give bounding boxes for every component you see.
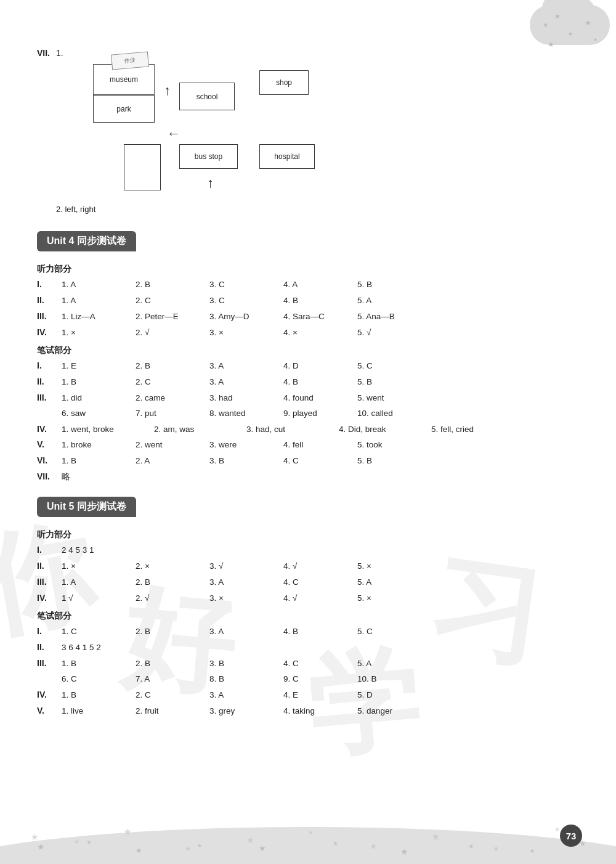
vii-item2: 2. left, right (56, 205, 370, 214)
bottom-star: ★ (37, 842, 45, 852)
unit5-write-title: 笔试部分 (37, 611, 579, 622)
left-arrow: ← (167, 126, 180, 142)
section-vii: VII. 1. museum 作业 park ↑ (37, 48, 579, 214)
unit5-listen-row-4: IV. 1 √ 2. √ 3. × 4. √ 5. × (37, 591, 579, 606)
unit5-listen-row-1: I. 2 4 5 3 1 (37, 543, 579, 558)
wave-svg (0, 815, 616, 864)
unit4-write-answers: I. 1. E 2. B 3. A 4. D 5. C II. 1. B 2. … (37, 359, 579, 485)
unit4-write-row-2: II. 1. B 2. C 3. A 4. B 5. B (37, 375, 579, 389)
unit4-listen-row-4: IV. 1. × 2. √ 3. × 4. × 5. √ (37, 325, 579, 340)
bus-stop-box: bus stop (179, 144, 238, 169)
bottom-star: ★ (86, 839, 92, 846)
unit4-listen-answers: I. 1. A 2. B 3. C 4. A 5. B II. 1. A 2. … (37, 277, 579, 340)
unit5-section: Unit 5 同步测试卷 听力部分 I. 2 4 5 3 1 II. 1. × … (37, 492, 579, 718)
unit4-write-row-5: V. 1. broke 2. went 3. were 4. fell 5. t… (37, 438, 579, 452)
unit5-write-title-wrapper: 笔试部分 (37, 611, 579, 622)
bottom-decoration: ★ ★ ★ ★ ★ ★ ★ ★ ★ ★ (0, 815, 616, 864)
hospital-box: hospital (259, 144, 315, 169)
bottom-star: ★ (530, 848, 535, 854)
unit4-listen-row-2: II. 1. A 2. C 3. C 4. B 5. A (37, 293, 579, 308)
unit4-section: Unit 4 同步测试卷 听力部分 I. 1. A 2. B 3. C 4. A… (37, 226, 579, 484)
unit4-listen-row-3: III. 1. Liz—A 2. Peter—E 3. Amy—D 4. Sar… (37, 309, 579, 324)
bottom-star: ★ (400, 847, 408, 857)
park-box: park (93, 95, 155, 123)
unit5-write-row-1: I. 1. C 2. B 3. A 4. B 5. C (37, 624, 579, 639)
unit5-write-answers: I. 1. C 2. B 3. A 4. B 5. C II. 3 6 4 1 … (37, 624, 579, 719)
unit4-write-row-7: VII. 略 (37, 470, 579, 484)
unit5-listen-title: 听力部分 (37, 529, 579, 540)
school-box: school (179, 83, 235, 110)
svg-point-0 (0, 827, 616, 864)
unit4-listen-title: 听力部分 (37, 264, 579, 275)
unit4-listen-row-1: I. 1. A 2. B 3. C 4. A 5. B (37, 277, 579, 292)
bottom-star: ★ (468, 842, 474, 850)
unit4-write-row-6: VI. 1. B 2. A 3. B 4. C 5. B (37, 454, 579, 468)
unit4-header: Unit 4 同步测试卷 (37, 231, 136, 251)
up-arrow: ↑ (164, 83, 171, 99)
unit4-write-row-1: I. 1. E 2. B 3. A 4. D 5. C (37, 359, 579, 373)
up-arrow-2: ↑ (207, 175, 214, 191)
unit4-write-title: 笔试部分 (37, 345, 579, 356)
unit5-write-row-2: II. 3 6 4 1 5 2 (37, 640, 579, 655)
unit5-header: Unit 5 同步测试卷 (37, 497, 136, 517)
unit5-listen-answers: I. 2 4 5 3 1 II. 1. × 2. × 3. √ 4. √ 5. … (37, 543, 579, 606)
page-number: 73 (560, 825, 582, 847)
unit5-write-row-3b: 6. C 7. A 8. B 9. C 10. B (37, 672, 579, 687)
vii-item1: 1. (56, 48, 63, 58)
map-diagram: museum 作业 park ↑ school (93, 64, 370, 200)
bottom-star: ★ (136, 846, 142, 855)
unit5-write-row-5: V. 1. live 2. fruit 3. grey 4. taking 5.… (37, 704, 579, 719)
bottom-star: ★ (197, 842, 202, 849)
unit5-write-row-4: IV. 1. B 2. C 3. A 4. E 5. D (37, 688, 579, 703)
unit4-write-row-3b: 6. saw 7. put 8. wanted 9. played 10. ca… (37, 407, 579, 421)
vii-label: VII. (37, 48, 50, 58)
bottom-star: ★ (333, 840, 338, 847)
paper-deco: 作业 (111, 51, 149, 70)
unit4-write-row-3a: III. 1. did 2. came 3. had 4. found 5. w… (37, 391, 579, 406)
unit5-write-row-3a: III. 1. B 2. B 3. B 4. C 5. A (37, 656, 579, 671)
unit4-write-title-wrapper: 笔试部分 (37, 345, 579, 356)
shop-box: shop (259, 70, 309, 95)
bottom-star: ★ (259, 844, 266, 853)
unit4-write-row-4: IV. 1. went, broke 2. am, was 3. had, cu… (37, 422, 579, 437)
block-box (124, 144, 161, 190)
unit5-listen-row-2: II. 1. × 2. × 3. √ 4. √ 5. × (37, 559, 579, 574)
unit5-listen-row-3: III. 1. A 2. B 3. A 4. C 5. A (37, 575, 579, 590)
